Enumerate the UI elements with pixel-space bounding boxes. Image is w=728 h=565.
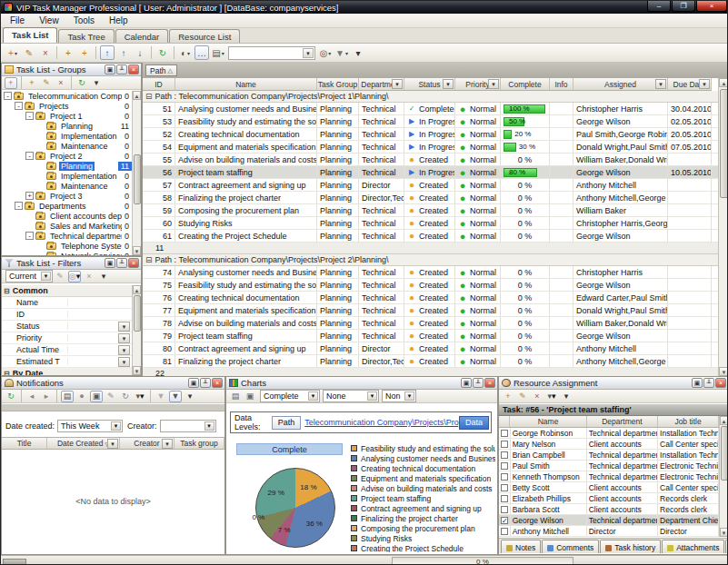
task-row-78[interactable]: 78Advise on building materials and costs… [143,317,718,330]
checkbox-icon[interactable] [501,451,508,459]
checkbox-icon[interactable] [501,495,508,502]
creator-select[interactable]: ▼ [160,420,216,432]
tree-item-implementation[interactable]: Implementation0 [2,131,132,141]
groups-overflow-icon[interactable]: ▾ [90,77,103,89]
filter-field-value[interactable] [67,346,115,353]
checkbox-checked-icon[interactable]: ✓ [501,517,508,524]
task-row-75[interactable]: 75Feasibility study and estimating the s… [143,279,718,292]
filters-overflow-icon[interactable]: ▾ [97,271,110,282]
delete-filter-icon[interactable]: × [83,271,95,282]
resource-scroll-thumb[interactable] [721,426,728,481]
groups-close-icon[interactable]: × [128,64,139,74]
filters-restore-icon[interactable]: ▣ [105,258,115,268]
tab-comments[interactable]: Comments [542,540,599,553]
tab-attachments[interactable]: Attachments [662,540,724,553]
resource-row-mary-nelson[interactable]: Mary NelsonClient accountsCall Center sp… [499,439,719,450]
tree-item-project-1[interactable]: -Project 10 [2,111,132,121]
checkbox-icon[interactable] [501,506,508,513]
filter-section-common[interactable]: ⊟Common [2,285,132,297]
minimize-button[interactable]: – [647,1,671,12]
groups-scroll-up-icon[interactable]: ▲ [133,91,141,100]
resource-row-george-wilson[interactable]: ✓George WilsonTechnical departmentDepart… [499,515,719,526]
task-row-51[interactable]: 51Analysing customer needs and Business … [143,103,718,115]
task-row-77[interactable]: 77Equipment and materials specificationP… [143,304,718,317]
resource-options-icon[interactable]: ▾▾ [545,391,558,402]
tree-item-client-accounts-depar[interactable]: Client accounts depar0 [2,211,132,221]
column-header-due-date[interactable]: Due Date▼ [668,78,712,90]
resource-row-elizabeth-phillips[interactable]: Elizabeth PhillipsClient accountsRecords… [499,493,719,504]
column-header-task-group[interactable]: Task Group [317,78,359,90]
new-subtask-icon[interactable]: + [77,45,92,60]
add-group-icon[interactable]: + [25,77,38,89]
resource-restore-icon[interactable]: ▣ [692,378,703,388]
filters-scroll-thumb[interactable] [134,295,141,332]
column-header-name[interactable]: Name [175,78,317,90]
task-row-53[interactable]: 53Feasibility study and estimating the s… [143,115,718,128]
find-icon[interactable]: ◎▾ [318,45,333,60]
task-row-80[interactable]: 80Contract agreement and signing upPlann… [143,342,718,355]
prev-notification-icon[interactable]: ◂ [25,391,38,402]
tab-resource-list[interactable]: Resource List [169,29,240,43]
collapse-icon[interactable]: ⊟ [145,92,153,101]
groups-restore-icon[interactable]: ▣ [105,64,115,74]
task-row-54[interactable]: 54Equipment and materials specificationP… [143,141,718,154]
print-chart-icon[interactable]: ▤ [229,391,242,402]
column-header-assigned[interactable]: Assigned▼ [573,78,668,90]
filter-field-value[interactable] [67,299,115,306]
filters-close-icon[interactable]: × [128,258,139,268]
group-path-row[interactable]: ⊟Path : Telecommunication Company\Projec… [143,254,718,266]
edit-group-icon[interactable]: ✎ [40,77,53,89]
tree-item-departments[interactable]: -Departments0 [2,201,132,211]
panels-icon[interactable]: ▤▾ [211,45,225,60]
task-row-79[interactable]: 79Project team staffingPlanningTechnical… [143,330,718,342]
date-created-select[interactable]: This Week▼ [57,420,123,432]
chart-select-1[interactable]: Complete▼ [260,390,320,402]
chevron-down-icon[interactable]: ▼ [118,357,130,367]
tree-item-project-2[interactable]: -Project 20 [2,151,132,161]
groups-scrollbar[interactable]: ▲ ▼ [132,91,141,255]
notifications-restore-icon[interactable]: ▣ [188,378,199,388]
notifications-pin-icon[interactable]: ╨ [200,378,211,388]
resource-row-paul-smith[interactable]: Paul SmithTechnical departmentElectronic… [499,461,719,471]
move-down-icon[interactable]: ↓ [133,45,147,60]
unassign-resource-icon[interactable]: ✎ [516,391,529,402]
task-row-52[interactable]: 52Creating technical documentationPlanni… [143,128,718,141]
clear-filter-icon[interactable]: ▼ [155,391,167,402]
column-header-status[interactable]: Status▼ [404,78,455,90]
filter-dropdown-icon[interactable]: ▼ [443,79,454,89]
filters-pin-icon[interactable]: ╨ [116,258,127,268]
assign-resource-icon[interactable]: + [502,391,514,402]
task-row-58[interactable]: 58Finalizing the project charterPlanning… [143,192,718,204]
refresh-icon[interactable]: ↻ [155,45,170,60]
task-row-74[interactable]: 74Analysing customer needs and Business … [143,266,718,279]
find-filter-icon[interactable]: ◎▾ [68,271,81,282]
filter-field-status[interactable]: Status▼ [2,321,132,332]
filters-scroll-up-icon[interactable]: ▲ [133,285,141,294]
filter-field-actual-time[interactable]: Actual Time▼ [2,344,132,356]
tree-item-planning[interactable]: Planning11 [2,121,132,131]
notifications-column-title[interactable]: Title [2,438,47,449]
notifications-column-date-created[interactable]: Date Created▽▼ [47,438,120,449]
column-header-department[interactable]: Department▼ [359,78,404,90]
filter-field-value[interactable] [67,322,115,330]
chart-select-3[interactable]: Non▼ [382,390,416,402]
data-level-button[interactable]: Data [459,416,489,430]
grid-scroll-up-icon[interactable]: ▲ [719,78,728,87]
collapse-icon[interactable]: - [25,152,34,160]
tree-item-maintenance[interactable]: Maintenance0 [2,181,132,191]
chart-select-2[interactable]: None▼ [323,390,379,402]
tab-task-history[interactable]: Task history [600,540,661,553]
notifications-column-creator[interactable]: Creator▼ [120,438,175,449]
collapse-icon[interactable]: - [4,92,12,100]
path-level-link[interactable]: Telecommunication Company\Projects\Proje… [304,418,459,427]
tree-item-project-3[interactable]: +Project 30 [2,191,132,201]
filter-dropdown-icon[interactable]: ▼ [162,439,173,449]
chevron-down-icon[interactable]: ▼ [118,333,130,343]
new-task-icon[interactable]: +▾ [5,45,20,60]
charts-pin-icon[interactable]: ╨ [473,378,484,388]
delete-task-icon[interactable]: × [38,45,53,60]
menu-view[interactable]: View [32,15,66,26]
tree-item-projects[interactable]: -Projects0 [2,101,132,111]
filter-field-priority[interactable]: Priority▼ [2,332,132,344]
open-notification-icon[interactable]: ▤ [61,391,74,402]
